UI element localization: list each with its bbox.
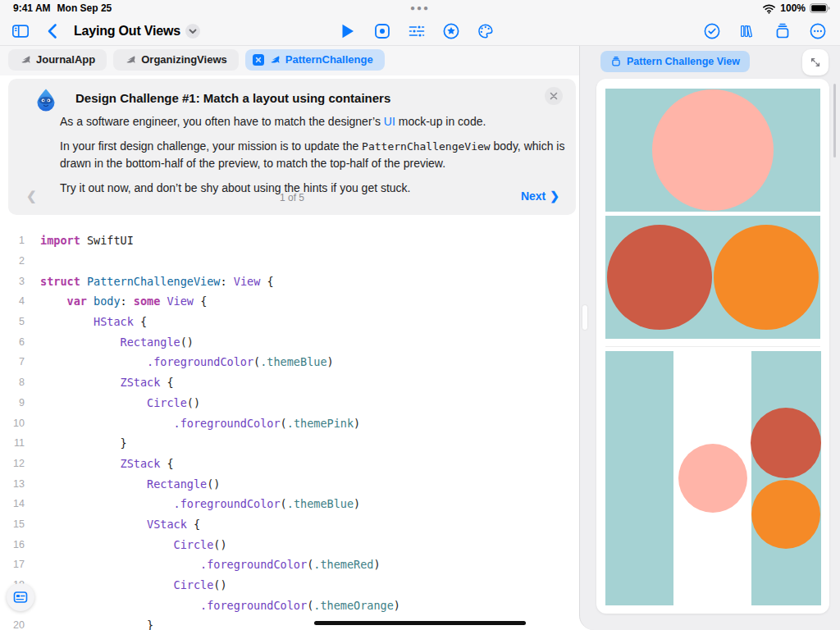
tab-label: OrganizingViews bbox=[141, 53, 227, 66]
code-line[interactable]: 16 Circle() bbox=[0, 534, 579, 555]
render-teal-column-left bbox=[605, 351, 673, 605]
toolbar: Laying Out Views bbox=[0, 16, 840, 46]
code-editor[interactable]: Design Challenge #1: Match a layout usin… bbox=[0, 75, 579, 630]
line-number: 9 bbox=[0, 397, 25, 409]
star-circle-icon[interactable] bbox=[442, 22, 460, 40]
preview-panel: Pattern Challenge View bbox=[579, 46, 840, 630]
page-indicator: 1 of 5 bbox=[8, 192, 576, 203]
code-line[interactable]: 12 ZStack { bbox=[0, 454, 579, 474]
tab-journalapp[interactable]: JournalApp bbox=[8, 49, 107, 71]
square-stack-icon bbox=[610, 56, 622, 67]
paragraph-2: In your first design challenge, your mis… bbox=[60, 138, 568, 172]
expand-preview-button[interactable] bbox=[802, 49, 829, 75]
line-number: 10 bbox=[0, 418, 25, 429]
code-line[interactable]: 4 var body: some View { bbox=[0, 291, 579, 312]
code-line[interactable]: 15 VStack { bbox=[0, 514, 579, 535]
render-orange-circle bbox=[751, 480, 820, 549]
page-title: Laying Out Views bbox=[74, 24, 180, 39]
code-line[interactable]: 7 .foregroundColor(.themeBlue) bbox=[0, 352, 579, 372]
line-number: 4 bbox=[0, 295, 25, 307]
back-button[interactable] bbox=[43, 22, 61, 40]
home-indicator[interactable] bbox=[314, 621, 526, 625]
code-line[interactable]: 17 .foregroundColor(.themeRed) bbox=[0, 555, 579, 575]
live-render bbox=[605, 351, 820, 605]
preview-divider bbox=[605, 346, 820, 347]
status-bar: 9:41 AM Mon Sep 25 ●●● 100% bbox=[0, 0, 840, 16]
hints-button[interactable] bbox=[7, 583, 34, 611]
scrollbar[interactable] bbox=[833, 84, 836, 158]
multitasking-dots-icon[interactable]: ●●● bbox=[410, 3, 430, 12]
line-number: 1 bbox=[0, 235, 25, 246]
code-line[interactable]: 5 HStack { bbox=[0, 312, 579, 332]
tab-bar: JournalApp OrganizingViews PatternChalle… bbox=[0, 47, 579, 75]
document-title-menu[interactable]: Laying Out Views bbox=[74, 24, 200, 39]
battery-icon bbox=[810, 3, 830, 13]
books-icon[interactable] bbox=[738, 22, 756, 40]
challenge-title: Design Challenge #1: Match a layout usin… bbox=[75, 91, 390, 105]
line-number: 3 bbox=[0, 276, 25, 287]
close-card-button[interactable] bbox=[545, 87, 563, 105]
line-number: 12 bbox=[0, 458, 25, 469]
close-tab-icon[interactable] bbox=[253, 54, 264, 66]
instruction-card: Design Challenge #1: Match a layout usin… bbox=[8, 79, 576, 215]
line-number: 15 bbox=[0, 518, 25, 530]
code-line[interactable]: 9 Circle() bbox=[0, 393, 579, 413]
card-pagination: ❮ 1 of 5 Next❯ bbox=[8, 187, 576, 208]
tab-organizingviews[interactable]: OrganizingViews bbox=[113, 49, 239, 71]
line-number: 20 bbox=[0, 619, 25, 630]
code-line[interactable]: 14 .foregroundColor(.themeBlue) bbox=[0, 494, 579, 514]
swift-playgrounds-window: 9:41 AM Mon Sep 25 ●●● 100% bbox=[0, 0, 840, 630]
checkmark-circle-icon[interactable] bbox=[703, 22, 721, 40]
code-line[interactable]: 2 bbox=[0, 251, 579, 272]
preview-tab[interactable]: Pattern Challenge View bbox=[600, 51, 750, 72]
next-page-button[interactable]: Next❯ bbox=[521, 189, 559, 203]
render-teal-column-right bbox=[751, 351, 821, 605]
code-line[interactable]: 3struct PatternChallengeView: View { bbox=[0, 271, 579, 291]
swift-bird-icon bbox=[20, 54, 31, 66]
code-line[interactable]: 13 Rectangle() bbox=[0, 473, 579, 494]
run-button[interactable] bbox=[339, 22, 357, 40]
preview-tab-label: Pattern Challenge View bbox=[627, 56, 740, 67]
code-line[interactable]: 8 ZStack { bbox=[0, 372, 579, 393]
chevron-right-icon: ❯ bbox=[550, 189, 559, 203]
mockup-rectangle-2 bbox=[605, 216, 820, 339]
mockup-rectangle-1 bbox=[605, 89, 820, 212]
mockup-pink-circle bbox=[652, 89, 774, 211]
render-red-circle bbox=[751, 408, 821, 478]
code-line[interactable]: 10 .foregroundColor(.themePink) bbox=[0, 413, 579, 433]
code-line[interactable]: 1import SwiftUI bbox=[0, 231, 579, 251]
mockup-orange-circle bbox=[714, 225, 819, 330]
code-line[interactable]: 11 } bbox=[0, 433, 579, 454]
battery-percentage: 100% bbox=[780, 2, 806, 14]
ellipsis-circle-icon[interactable] bbox=[809, 22, 827, 40]
code-lines[interactable]: 1import SwiftUI23struct PatternChallenge… bbox=[0, 231, 579, 630]
tab-label: JournalApp bbox=[36, 53, 95, 66]
preview-canvas bbox=[596, 79, 829, 614]
line-number: 6 bbox=[0, 336, 25, 348]
sidebar-toggle-button[interactable] bbox=[11, 22, 30, 40]
code-line[interactable]: 6 Rectangle() bbox=[0, 331, 579, 352]
wifi-icon bbox=[762, 3, 776, 14]
tab-label: PatternChallenge bbox=[285, 53, 373, 66]
line-number: 17 bbox=[0, 559, 25, 570]
swift-bird-icon bbox=[125, 54, 136, 66]
dot-square-icon[interactable] bbox=[373, 22, 391, 40]
palette-icon[interactable] bbox=[477, 22, 495, 40]
line-number: 5 bbox=[0, 316, 25, 327]
square-stack-icon[interactable] bbox=[774, 22, 792, 40]
tab-patternchallenge-active[interactable]: PatternChallenge bbox=[245, 49, 385, 71]
line-number: 2 bbox=[0, 255, 25, 267]
line-number: 14 bbox=[0, 498, 25, 509]
render-pink-circle bbox=[678, 444, 747, 513]
panel-resize-handle[interactable] bbox=[582, 305, 587, 330]
line-number: 13 bbox=[0, 478, 25, 490]
sliders-icon[interactable] bbox=[408, 22, 426, 40]
line-number: 16 bbox=[0, 539, 25, 550]
chevron-down-icon bbox=[185, 24, 200, 39]
code-line[interactable]: 19 .foregroundColor(.themeOrange) bbox=[0, 595, 579, 615]
blu-mascot-icon bbox=[34, 88, 57, 112]
code-line[interactable]: 18 Circle() bbox=[0, 575, 579, 596]
mockup-red-circle bbox=[607, 225, 712, 330]
ui-glossary-link[interactable]: UI bbox=[384, 115, 395, 128]
clock: 9:41 AM bbox=[13, 2, 51, 14]
